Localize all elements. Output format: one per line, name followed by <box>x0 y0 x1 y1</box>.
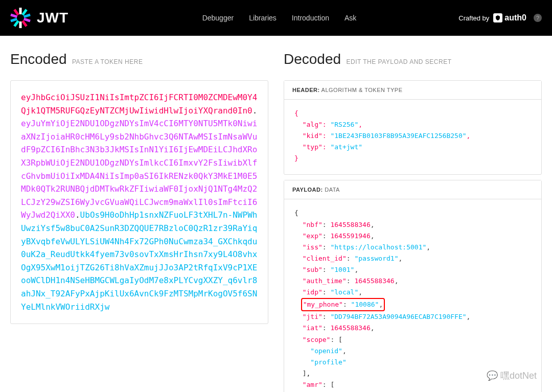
nav-links: Debugger Libraries Introduction Ask <box>202 14 357 22</box>
nav-ask[interactable]: Ask <box>344 14 356 22</box>
payload-json[interactable]: { "nbf": 1645588346, "exp": 1645591946, … <box>284 199 541 392</box>
nav-debugger[interactable]: Debugger <box>202 14 234 22</box>
auth0-shield-icon <box>493 13 502 22</box>
jwt-logo-icon <box>10 8 31 28</box>
auth0-link[interactable]: auth0 <box>493 13 526 22</box>
encoded-column: Encoded PASTE A TOKEN HERE eyJhbGciOiJSU… <box>10 51 268 392</box>
nav-libraries[interactable]: Libraries <box>249 14 277 22</box>
encoded-title: Encoded <box>10 51 67 67</box>
encoded-token-input[interactable]: eyJhbGciOiJSUzI1NiIsImtpZCI6IjFCRTI0M0ZC… <box>10 80 268 324</box>
help-icon[interactable]: ? <box>534 14 542 22</box>
nav-introduction[interactable]: Introduction <box>292 14 329 22</box>
navbar: J⁠W⁠T Debugger Libraries Introduction As… <box>0 0 552 36</box>
header-json[interactable]: { "alg": "RS256", "kid": "1BE243FB0103F8… <box>284 100 541 174</box>
auth0-text: auth0 <box>504 13 526 22</box>
content: Encoded PASTE A TOKEN HERE eyJhbGciOiJSU… <box>0 36 552 392</box>
decoded-column: Decoded EDIT THE PAYLOAD AND SECRET HEAD… <box>284 51 542 392</box>
logo-text: J⁠W⁠T <box>37 10 68 26</box>
svg-rect-0 <box>19 8 22 14</box>
crafted-label: Crafted by <box>458 14 489 22</box>
watermark: 💬 嘿dotNet <box>487 370 537 382</box>
payload-panel-title: PAYLOAD: DATA <box>284 180 541 199</box>
payload-panel: PAYLOAD: DATA { "nbf": 1645588346, "exp"… <box>284 180 542 392</box>
crafted-by: Crafted by auth0 ? <box>458 13 542 22</box>
logo[interactable]: J⁠W⁠T <box>10 8 68 28</box>
decoded-title: Decoded <box>284 51 341 67</box>
header-panel-title: HEADER: ALGORITHM & TOKEN TYPE <box>284 81 541 100</box>
encoded-hint: PASTE A TOKEN HERE <box>72 58 143 65</box>
header-panel: HEADER: ALGORITHM & TOKEN TYPE { "alg": … <box>284 80 542 175</box>
decoded-hint: EDIT THE PAYLOAD AND SECRET <box>347 58 452 65</box>
svg-rect-1 <box>19 21 22 28</box>
